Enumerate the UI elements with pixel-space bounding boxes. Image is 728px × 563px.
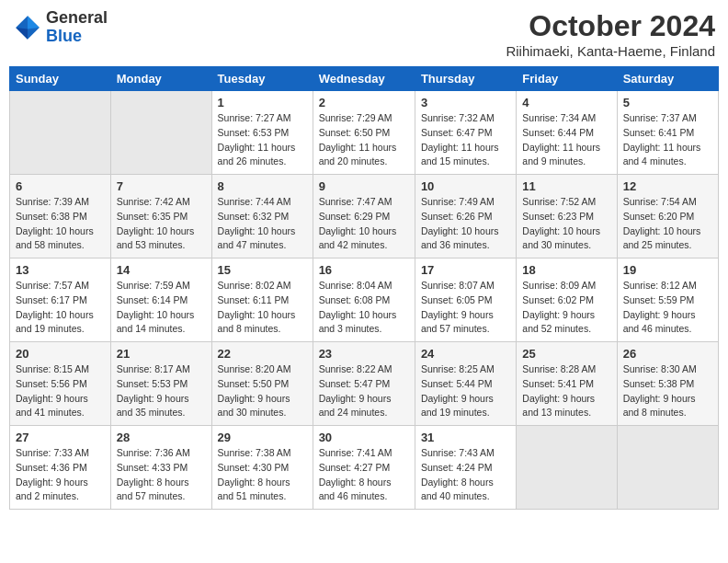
day-sunset: Sunset: 5:59 PM — [623, 294, 695, 305]
day-sunset: Sunset: 5:56 PM — [16, 378, 87, 389]
day-daylight: Daylight: 9 hours and 30 minutes. — [218, 393, 290, 419]
day-sunrise: Sunrise: 7:37 AM — [623, 112, 697, 123]
day-sunset: Sunset: 5:47 PM — [319, 378, 391, 389]
day-daylight: Daylight: 11 hours and 9 minutes. — [522, 142, 600, 167]
day-number: 25 — [522, 347, 610, 361]
day-sunset: Sunset: 6:08 PM — [319, 294, 391, 305]
day-number: 30 — [319, 431, 409, 444]
calendar-cell: 24 Sunrise: 8:25 AM Sunset: 5:44 PM Dayl… — [415, 342, 516, 426]
calendar-cell: 25 Sunrise: 8:28 AM Sunset: 5:41 PM Dayl… — [517, 342, 617, 426]
day-daylight: Daylight: 8 hours and 51 minutes. — [218, 477, 290, 502]
location-title: Riihimaeki, Kanta-Haeme, Finland — [506, 43, 715, 59]
day-number: 12 — [623, 179, 712, 193]
day-sunrise: Sunrise: 7:47 AM — [319, 196, 392, 207]
title-block: October 2024 Riihimaeki, Kanta-Haeme, Fi… — [506, 9, 715, 59]
calendar-cell: 1 Sunrise: 7:27 AM Sunset: 6:53 PM Dayli… — [211, 91, 313, 175]
day-daylight: Daylight: 10 hours and 42 minutes. — [319, 225, 397, 251]
calendar-cell — [10, 91, 111, 175]
day-sunset: Sunset: 6:32 PM — [218, 211, 290, 222]
weekday-header-tuesday: Tuesday — [211, 67, 313, 91]
calendar-cell: 17 Sunrise: 8:07 AM Sunset: 6:05 PM Dayl… — [415, 259, 516, 342]
day-daylight: Daylight: 10 hours and 25 minutes. — [623, 225, 701, 251]
weekday-header-saturday: Saturday — [617, 67, 718, 91]
day-sunrise: Sunrise: 8:22 AM — [319, 363, 392, 374]
day-daylight: Daylight: 9 hours and 19 minutes. — [421, 393, 494, 419]
day-sunrise: Sunrise: 8:12 AM — [623, 280, 697, 291]
day-sunrise: Sunrise: 8:15 AM — [16, 363, 89, 374]
calendar-cell: 11 Sunrise: 7:52 AM Sunset: 6:23 PM Dayl… — [517, 175, 617, 259]
logo: General Blue — [13, 9, 108, 46]
day-number: 27 — [16, 431, 105, 444]
day-daylight: Daylight: 8 hours and 57 minutes. — [117, 477, 189, 502]
day-number: 13 — [16, 263, 105, 277]
day-daylight: Daylight: 9 hours and 57 minutes. — [421, 309, 494, 335]
day-daylight: Daylight: 11 hours and 20 minutes. — [319, 142, 397, 167]
day-sunrise: Sunrise: 7:34 AM — [522, 112, 596, 123]
day-number: 3 — [421, 96, 510, 109]
day-sunrise: Sunrise: 7:29 AM — [319, 112, 392, 123]
day-sunset: Sunset: 6:53 PM — [218, 127, 290, 138]
month-title: October 2024 — [506, 9, 715, 43]
calendar-cell: 18 Sunrise: 8:09 AM Sunset: 6:02 PM Dayl… — [517, 259, 617, 342]
day-sunset: Sunset: 5:41 PM — [522, 378, 594, 389]
calendar-cell: 9 Sunrise: 7:47 AM Sunset: 6:29 PM Dayli… — [313, 175, 415, 259]
day-number: 24 — [421, 347, 510, 361]
day-sunrise: Sunrise: 7:38 AM — [218, 447, 291, 458]
calendar-cell: 4 Sunrise: 7:34 AM Sunset: 6:44 PM Dayli… — [517, 91, 617, 175]
day-sunrise: Sunrise: 8:30 AM — [623, 363, 697, 374]
calendar-week-row: 13 Sunrise: 7:57 AM Sunset: 6:17 PM Dayl… — [10, 259, 719, 342]
calendar-week-row: 27 Sunrise: 7:33 AM Sunset: 4:36 PM Dayl… — [10, 426, 719, 510]
calendar-cell: 8 Sunrise: 7:44 AM Sunset: 6:32 PM Dayli… — [211, 175, 313, 259]
calendar-cell: 16 Sunrise: 8:04 AM Sunset: 6:08 PM Dayl… — [313, 259, 415, 342]
calendar-cell: 6 Sunrise: 7:39 AM Sunset: 6:38 PM Dayli… — [10, 175, 111, 259]
day-sunrise: Sunrise: 8:28 AM — [522, 363, 596, 374]
day-sunrise: Sunrise: 7:36 AM — [117, 447, 190, 458]
day-sunrise: Sunrise: 7:39 AM — [16, 196, 89, 207]
day-daylight: Daylight: 9 hours and 24 minutes. — [319, 393, 392, 419]
day-number: 5 — [623, 96, 712, 109]
day-sunrise: Sunrise: 7:43 AM — [421, 447, 495, 458]
day-number: 19 — [623, 263, 712, 277]
day-sunset: Sunset: 4:24 PM — [421, 462, 493, 473]
day-sunrise: Sunrise: 7:57 AM — [16, 280, 89, 291]
day-daylight: Daylight: 9 hours and 35 minutes. — [117, 393, 189, 419]
day-sunset: Sunset: 6:29 PM — [319, 211, 391, 222]
calendar-cell: 30 Sunrise: 7:41 AM Sunset: 4:27 PM Dayl… — [313, 426, 415, 510]
day-daylight: Daylight: 9 hours and 41 minutes. — [16, 393, 88, 419]
calendar-cell — [617, 426, 718, 510]
day-sunset: Sunset: 6:50 PM — [319, 127, 391, 138]
day-sunrise: Sunrise: 7:59 AM — [117, 280, 190, 291]
day-sunrise: Sunrise: 7:49 AM — [421, 196, 495, 207]
day-daylight: Daylight: 9 hours and 13 minutes. — [522, 393, 595, 419]
day-sunrise: Sunrise: 8:17 AM — [117, 363, 190, 374]
calendar-cell: 13 Sunrise: 7:57 AM Sunset: 6:17 PM Dayl… — [10, 259, 111, 342]
day-sunset: Sunset: 6:44 PM — [522, 127, 594, 138]
calendar-cell: 15 Sunrise: 8:02 AM Sunset: 6:11 PM Dayl… — [211, 259, 313, 342]
day-number: 28 — [117, 431, 206, 444]
calendar-cell: 7 Sunrise: 7:42 AM Sunset: 6:35 PM Dayli… — [110, 175, 211, 259]
day-daylight: Daylight: 10 hours and 14 minutes. — [117, 309, 195, 335]
calendar-cell: 2 Sunrise: 7:29 AM Sunset: 6:50 PM Dayli… — [313, 91, 415, 175]
calendar-table: SundayMondayTuesdayWednesdayThursdayFrid… — [9, 66, 719, 510]
calendar-cell: 22 Sunrise: 8:20 AM Sunset: 5:50 PM Dayl… — [211, 342, 313, 426]
day-number: 26 — [623, 347, 712, 361]
day-number: 16 — [319, 263, 409, 277]
logo-text: General Blue — [46, 9, 108, 46]
day-number: 8 — [218, 179, 307, 193]
day-sunrise: Sunrise: 7:42 AM — [117, 196, 190, 207]
calendar-header: SundayMondayTuesdayWednesdayThursdayFrid… — [10, 67, 719, 91]
day-daylight: Daylight: 10 hours and 47 minutes. — [218, 225, 296, 251]
svg-marker-2 — [16, 28, 28, 40]
day-sunset: Sunset: 6:11 PM — [218, 294, 290, 305]
day-daylight: Daylight: 8 hours and 40 minutes. — [421, 477, 494, 502]
day-daylight: Daylight: 10 hours and 19 minutes. — [16, 309, 94, 335]
calendar-cell — [110, 91, 211, 175]
day-sunrise: Sunrise: 8:02 AM — [218, 280, 291, 291]
day-sunset: Sunset: 6:20 PM — [623, 211, 695, 222]
day-daylight: Daylight: 9 hours and 2 minutes. — [16, 477, 88, 502]
day-sunset: Sunset: 6:47 PM — [421, 127, 493, 138]
day-sunrise: Sunrise: 8:07 AM — [421, 280, 495, 291]
day-daylight: Daylight: 8 hours and 46 minutes. — [319, 477, 392, 502]
page-header: General Blue October 2024 Riihimaeki, Ka… — [9, 9, 719, 59]
day-sunset: Sunset: 5:50 PM — [218, 378, 290, 389]
